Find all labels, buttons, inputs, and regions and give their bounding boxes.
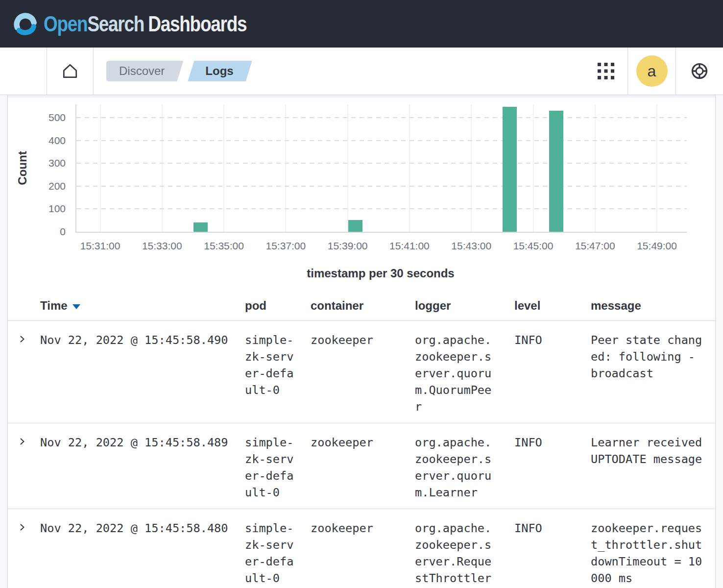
home-icon: [61, 62, 79, 80]
breadcrumb-label: Logs: [205, 64, 233, 78]
gridline-x: [347, 104, 348, 232]
gridline-y: [76, 117, 687, 118]
breadcrumb-label: Discover: [119, 64, 165, 78]
x-tick-label: 15:43:00: [437, 240, 506, 252]
y-tick-label: 100: [8, 203, 66, 215]
home-button[interactable]: [47, 48, 93, 95]
user-avatar[interactable]: a: [636, 55, 668, 87]
logo-dashboards: Dashboards: [148, 11, 246, 36]
table-row: Nov 22, 2022 @ 15:45:58.480 simple-zk-se…: [8, 509, 715, 588]
cell-time: Nov 22, 2022 @ 15:45:58.480: [40, 520, 245, 587]
y-tick-label: 400: [8, 135, 66, 147]
cell-level: INFO: [514, 332, 591, 415]
cell-message: Learner received UPTODATE message: [591, 434, 703, 467]
column-header-logger[interactable]: logger: [415, 299, 514, 313]
help-button[interactable]: [676, 48, 723, 95]
x-axis-line: [75, 232, 687, 233]
column-header-level[interactable]: level: [514, 299, 591, 313]
column-header-pod[interactable]: pod: [245, 299, 311, 313]
x-tick-label: 15:33:00: [128, 240, 196, 252]
breadcrumb-logs[interactable]: Logs: [188, 61, 252, 81]
gridline-x: [285, 104, 286, 232]
cell-pod: simple-zk-server-default-0: [245, 332, 294, 398]
gridline-x: [533, 104, 534, 232]
cell-pod: simple-zk-server-default-0: [245, 520, 294, 587]
x-tick-label: 15:35:00: [190, 240, 258, 252]
nav-bar: Discover Logs a: [0, 48, 723, 95]
help-icon: [690, 61, 709, 81]
sort-desc-icon: [72, 304, 80, 309]
gridline-y: [76, 186, 687, 187]
x-tick-label: 15:31:00: [66, 240, 135, 252]
cell-container: zookeeper: [311, 434, 415, 501]
x-tick-label: 15:47:00: [561, 240, 629, 252]
gridline-y: [76, 208, 687, 209]
column-header-time[interactable]: Time: [40, 299, 245, 313]
gridline-x: [100, 104, 101, 232]
gridline-x: [162, 104, 163, 232]
logo-search: Search: [87, 11, 144, 36]
cell-level: INFO: [514, 434, 591, 501]
table-header-row: Time pod container logger level message: [8, 291, 715, 321]
column-header-message[interactable]: message: [591, 299, 715, 313]
y-axis-line: [75, 104, 76, 233]
documents-table: Time pod container logger level message …: [8, 291, 715, 588]
cell-logger: org.apache.zookeeper.server.quorum.Learn…: [415, 434, 492, 501]
breadcrumb: Discover Logs: [94, 48, 584, 95]
cell-container: zookeeper: [311, 332, 415, 415]
gridline-x: [595, 104, 596, 232]
y-tick-label: 200: [8, 180, 66, 192]
apps-menu-button[interactable]: [584, 48, 627, 95]
x-axis-title: timestamp per 30 seconds: [75, 267, 686, 280]
cell-message: Peer state changed: following - broadcas…: [591, 332, 703, 382]
cell-time: Nov 22, 2022 @ 15:45:58.490: [40, 332, 245, 415]
gridline-x: [409, 104, 410, 232]
cell-logger: org.apache.zookeeper.server.RequestThrot…: [415, 520, 492, 587]
x-tick-label: 15:45:00: [499, 240, 568, 252]
x-tick-label: 15:49:00: [623, 240, 691, 252]
cell-message: zookeeper.request_throttler.shutdownTime…: [591, 520, 703, 587]
expand-row-icon[interactable]: [17, 522, 27, 532]
discover-panel: Count timestamp per 30 seconds 15:31:001…: [7, 95, 716, 588]
expand-row-icon[interactable]: [17, 334, 27, 344]
histogram-bar[interactable]: [348, 220, 362, 232]
apps-grid-icon: [598, 63, 614, 79]
histogram: Count timestamp per 30 seconds 15:31:001…: [8, 95, 715, 291]
x-tick-label: 15:39:00: [313, 240, 382, 252]
gridline-x: [471, 104, 472, 232]
histogram-bar[interactable]: [549, 111, 563, 232]
histogram-bar[interactable]: [193, 222, 208, 232]
x-tick-label: 15:37:00: [251, 240, 320, 252]
y-tick-label: 0: [8, 226, 66, 238]
y-tick-label: 300: [8, 157, 66, 169]
y-tick-label: 500: [8, 112, 66, 123]
table-row: Nov 22, 2022 @ 15:45:58.489 simple-zk-se…: [8, 423, 715, 509]
gridline-y: [76, 140, 687, 141]
opensearch-logo-icon: [13, 12, 38, 36]
avatar-initial: a: [648, 62, 656, 80]
table-row: Nov 22, 2022 @ 15:45:58.490 simple-zk-se…: [8, 321, 715, 423]
gridline-x: [656, 104, 657, 232]
gridline-y: [76, 163, 687, 164]
cell-container: zookeeper: [311, 520, 415, 587]
gridline-x: [223, 104, 224, 232]
breadcrumb-discover[interactable]: Discover: [106, 61, 183, 81]
column-header-container[interactable]: container: [311, 299, 415, 313]
cell-level: INFO: [514, 520, 591, 587]
histogram-bar[interactable]: [503, 107, 517, 232]
cell-time: Nov 22, 2022 @ 15:45:58.489: [40, 434, 245, 501]
expand-row-icon[interactable]: [17, 437, 27, 446]
app-header: OpenSearchDashboards: [0, 0, 723, 48]
x-tick-label: 15:41:00: [375, 240, 444, 252]
logo-open: Open: [44, 11, 87, 36]
app-title: OpenSearchDashboards: [44, 11, 246, 37]
cell-logger: org.apache.zookeeper.server.quorum.Quoru…: [415, 332, 492, 415]
cell-pod: simple-zk-server-default-0: [245, 434, 294, 501]
